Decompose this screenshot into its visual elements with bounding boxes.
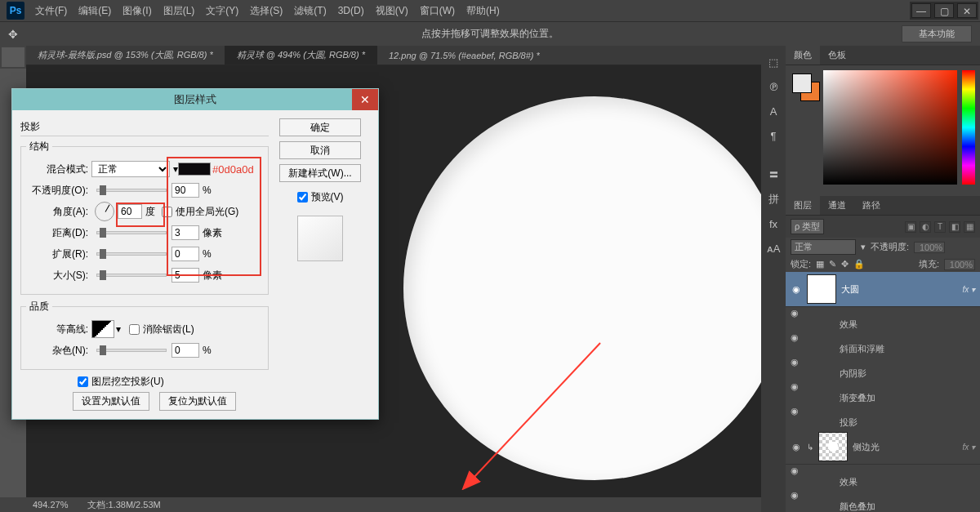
distance-slider[interactable] <box>96 231 167 234</box>
filter-smart-icon[interactable]: ▦ <box>964 221 975 233</box>
dialog-titlebar[interactable]: 图层样式 ✕ <box>12 89 378 110</box>
noise-input[interactable] <box>172 343 199 358</box>
shadow-color-swatch[interactable] <box>178 163 211 176</box>
close-icon[interactable]: ✕ <box>352 89 378 110</box>
visibility-icon[interactable]: ◉ <box>791 490 799 500</box>
document-tab-1[interactable]: 精灵球 @ 494% (大圆, RGB/8) * <box>225 46 376 65</box>
menu-window[interactable]: 窗口(W) <box>414 4 461 18</box>
layer-fx-item[interactable]: 投影 <box>791 416 975 429</box>
layer-name[interactable]: 侧边光 <box>853 441 957 453</box>
spread-slider[interactable] <box>96 252 167 256</box>
fill-value[interactable]: 100% <box>944 259 975 270</box>
color-fg-icon[interactable] <box>792 73 812 93</box>
visibility-icon[interactable]: ◉ <box>791 465 799 475</box>
opacity-slider[interactable] <box>96 189 167 192</box>
strip-styles-icon[interactable]: fx <box>764 214 783 234</box>
noise-slider[interactable] <box>96 349 167 352</box>
knockout-checkbox[interactable] <box>78 376 88 387</box>
size-slider[interactable] <box>96 274 167 277</box>
layer-fx-item[interactable]: 渐变叠加 <box>791 392 975 404</box>
layer-thumbnail[interactable] <box>807 274 836 304</box>
layer-fx-badge[interactable]: fx ▾ <box>962 285 975 294</box>
document-tab-0[interactable]: 精灵球-最终版.psd @ 153% (大圆, RGB/8) * <box>26 46 225 65</box>
new-style-button[interactable]: 新建样式(W)... <box>279 164 361 182</box>
layer-fx-item[interactable]: 颜色叠加 <box>791 501 975 512</box>
chevron-down-icon[interactable]: ▾ <box>861 242 866 252</box>
blend-mode-select[interactable]: 正常 <box>91 161 170 177</box>
window-maximize-icon[interactable]: ▢ <box>934 3 954 18</box>
layer-row[interactable]: ◉ ↳ 侧边光 fx ▾ <box>786 430 980 465</box>
angle-input[interactable] <box>118 204 142 219</box>
menu-type[interactable]: 文字(Y) <box>200 4 244 18</box>
ok-button[interactable]: 确定 <box>279 118 361 136</box>
menu-image[interactable]: 图像(I) <box>117 4 157 18</box>
visibility-icon[interactable]: ◉ <box>791 357 799 367</box>
cancel-button[interactable]: 取消 <box>279 141 361 159</box>
tab-color[interactable]: 颜色 <box>786 46 820 65</box>
visibility-icon[interactable]: ◉ <box>791 381 799 391</box>
opacity-panel-value[interactable]: 100% <box>914 242 945 253</box>
layer-fx-badge[interactable]: fx ▾ <box>962 443 975 452</box>
layer-fx-item[interactable]: 效果 <box>791 476 975 488</box>
document-tab-2[interactable]: 12.png @ 71.5% (#eaebef, RGB/8#) * <box>377 47 551 64</box>
window-close-icon[interactable]: ✕ <box>957 3 977 18</box>
blend-mode-select[interactable]: 正常 <box>791 239 856 255</box>
strip-paragraph-icon[interactable]: ¶ <box>764 126 783 145</box>
reset-default-button[interactable]: 复位为默认值 <box>159 392 236 411</box>
visibility-icon[interactable]: ◉ <box>791 406 799 416</box>
tab-paths[interactable]: 路径 <box>854 196 889 215</box>
layer-fx-item[interactable]: 斜面和浮雕 <box>791 343 975 355</box>
lock-paint-icon[interactable]: ✎ <box>829 259 836 269</box>
window-minimize-icon[interactable]: — <box>911 3 931 18</box>
menu-select[interactable]: 选择(S) <box>244 4 288 18</box>
menu-filter[interactable]: 滤镜(T) <box>288 4 332 18</box>
antialias-checkbox[interactable] <box>129 324 140 335</box>
distance-input[interactable] <box>172 225 199 240</box>
menu-3d[interactable]: 3D(D) <box>332 5 370 16</box>
visibility-icon[interactable]: ◉ <box>791 284 802 295</box>
layer-row[interactable]: ◉ 大圆 fx ▾ <box>786 272 980 307</box>
filter-shape-icon[interactable]: ◧ <box>949 221 960 233</box>
menu-view[interactable]: 视图(V) <box>370 4 414 18</box>
layer-filter-label[interactable]: ρ 类型 <box>791 219 824 234</box>
menu-layer[interactable]: 图层(L) <box>158 4 201 18</box>
strip-history-icon[interactable]: ⬚ <box>764 52 783 72</box>
color-swatch[interactable] <box>792 73 820 101</box>
layer-fx-item[interactable]: 内阴影 <box>791 367 975 380</box>
strip-swatches-icon[interactable]: 〓 <box>764 165 783 185</box>
set-default-button[interactable]: 设置为默认值 <box>73 392 149 411</box>
menu-help[interactable]: 帮助(H) <box>461 4 506 18</box>
opacity-input[interactable] <box>172 183 199 198</box>
strip-kuler-icon[interactable]: 拼 <box>764 189 783 209</box>
status-zoom[interactable]: 494.27% <box>33 500 68 510</box>
filter-image-icon[interactable]: ▣ <box>905 221 916 233</box>
strip-properties-icon[interactable]: ℗ <box>764 77 783 96</box>
lock-position-icon[interactable]: ✥ <box>841 259 849 269</box>
hue-slider[interactable] <box>962 70 975 185</box>
layer-thumbnail[interactable] <box>818 432 848 461</box>
lock-transparent-icon[interactable]: ▦ <box>816 259 824 269</box>
global-light-checkbox[interactable] <box>162 207 172 217</box>
visibility-icon[interactable]: ◉ <box>791 308 799 318</box>
angle-dial[interactable] <box>95 202 114 221</box>
workspace-selector[interactable]: 基本功能 <box>902 25 972 42</box>
filter-type-icon[interactable]: T <box>934 221 946 233</box>
layer-fx-item[interactable]: 效果 <box>791 318 975 331</box>
visibility-icon[interactable]: ◉ <box>791 332 799 342</box>
menu-edit[interactable]: 编辑(E) <box>73 4 117 18</box>
tab-swatches[interactable]: 色板 <box>820 46 854 65</box>
tab-layers[interactable]: 图层 <box>786 196 820 215</box>
size-input[interactable] <box>172 268 199 283</box>
strip-glyphs-icon[interactable]: ᴀA <box>764 238 783 258</box>
tab-channels[interactable]: 通道 <box>820 196 854 215</box>
visibility-icon[interactable]: ◉ <box>791 442 802 452</box>
move-tool[interactable] <box>2 47 24 67</box>
contour-picker[interactable] <box>91 320 114 338</box>
spread-input[interactable] <box>172 247 199 261</box>
color-picker[interactable] <box>823 70 957 185</box>
lock-all-icon[interactable]: 🔒 <box>853 259 865 269</box>
menu-file[interactable]: 文件(F) <box>29 4 73 18</box>
filter-adjust-icon[interactable]: ◐ <box>920 221 931 233</box>
layer-name[interactable]: 大圆 <box>841 283 957 296</box>
preview-checkbox[interactable] <box>297 192 308 203</box>
